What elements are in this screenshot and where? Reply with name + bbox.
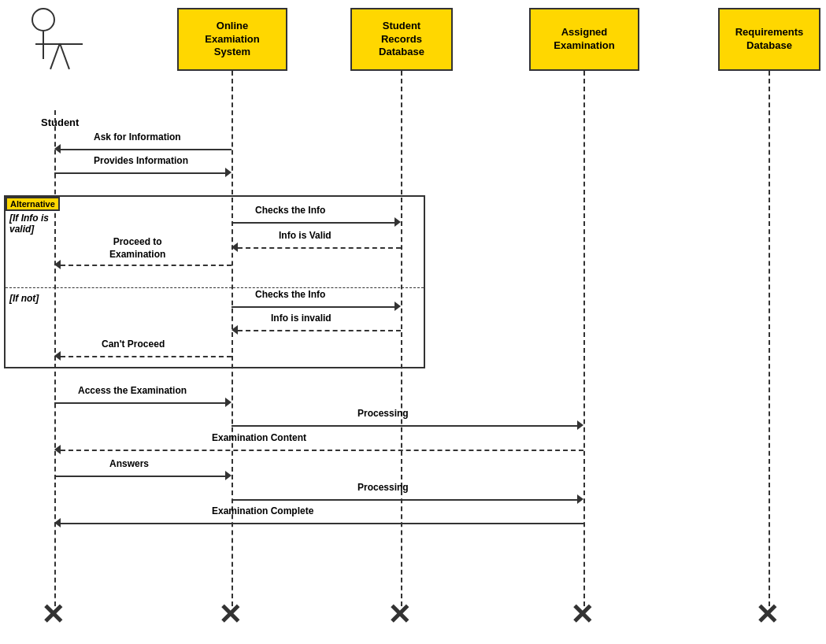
msg-exam-complete-label: Examination Complete [212, 505, 313, 516]
msg-info-valid-label: Info is Valid [279, 230, 332, 241]
lifeline-rd-line [769, 71, 770, 614]
message-answers: Answers [54, 471, 232, 482]
message-checks-info-2: Checks the Info [232, 302, 401, 313]
msg-info-invalid-label: Info is invalid [271, 313, 332, 324]
message-cant-proceed: Can't Proceed [54, 351, 232, 362]
msg-processing-2-label: Processing [357, 482, 409, 493]
lifeline-srd: StudentRecordsDatabase [350, 8, 453, 71]
message-proceed: Proceed toExamination [54, 260, 232, 271]
lifeline-rd: RequirementsDatabase [718, 8, 820, 71]
fragment-label: Alternative [6, 197, 60, 211]
message-access-exam: Access the Examination [54, 398, 232, 409]
lifeline-ae: AssignedExamination [529, 8, 639, 71]
actor-head [31, 8, 55, 31]
message-provides-info: Provides Information [54, 168, 232, 179]
terminator-srd: ✕ [387, 598, 411, 631]
terminator-rd: ✕ [755, 598, 779, 631]
terminator-student: ✕ [41, 598, 65, 631]
msg-provides-info-label: Provides Information [94, 155, 188, 166]
lifeline-oes: OnlineExamiationSystem [177, 8, 287, 71]
terminator-ae: ✕ [570, 598, 594, 631]
lifeline-ae-line [583, 71, 585, 614]
msg-answers-label: Answers [109, 458, 149, 469]
message-info-invalid: Info is invalid [232, 325, 401, 336]
msg-processing-1-label: Processing [357, 408, 409, 419]
terminator-oes: ✕ [218, 598, 242, 631]
actor-student [31, 8, 55, 59]
message-exam-content: Examination Content [54, 445, 583, 456]
sequence-diagram: Student OnlineExamiationSystem StudentRe… [0, 0, 826, 644]
fragment-divider [6, 287, 424, 288]
actor-student-label: Student [41, 117, 79, 128]
msg-access-exam-label: Access the Examination [78, 385, 187, 396]
msg-cant-proceed-label: Can't Proceed [102, 339, 165, 350]
message-processing-1: Processing [232, 420, 583, 431]
message-processing-2: Processing [232, 494, 583, 505]
msg-checks-info-2-label: Checks the Info [255, 289, 325, 300]
message-exam-complete: Examination Complete [54, 518, 583, 529]
msg-ask-info-label: Ask for Information [94, 131, 181, 142]
msg-checks-info-1-label: Checks the Info [255, 205, 325, 216]
fragment-guard1: [If Info isvalid] [9, 213, 49, 235]
msg-proceed-label: Proceed toExamination [109, 236, 165, 261]
fragment-guard2: [If not] [9, 293, 39, 304]
message-checks-info-1: Checks the Info [232, 217, 401, 228]
message-ask-info: Ask for Information [54, 144, 232, 155]
msg-exam-content-label: Examination Content [212, 432, 306, 443]
message-info-valid: Info is Valid [232, 242, 401, 254]
